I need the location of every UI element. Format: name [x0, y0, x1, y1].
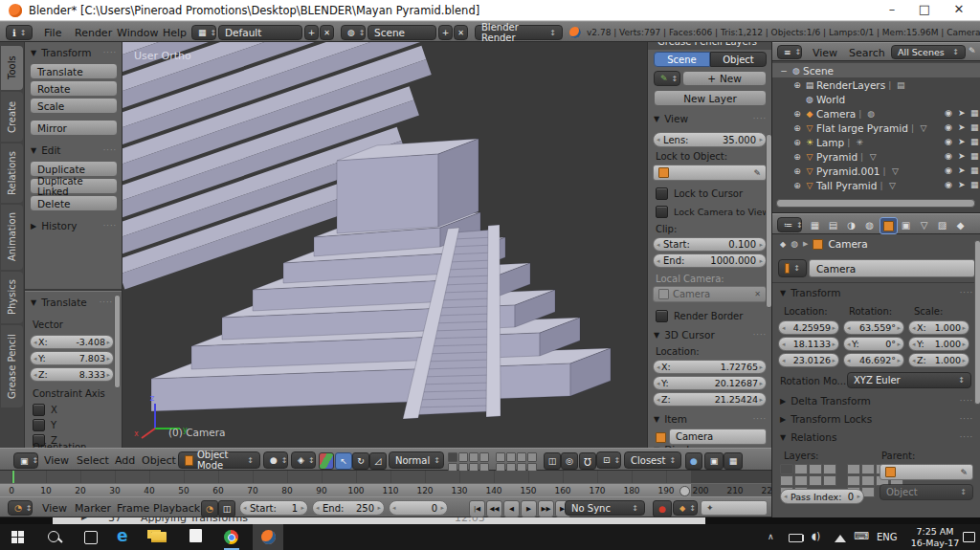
pivot-point-dropdown[interactable]: ◈↕ [291, 451, 316, 469]
layer-cell[interactable] [448, 452, 457, 462]
outliner-filter-dropdown[interactable]: All Scenes↕ [891, 45, 966, 59]
layer-cell[interactable] [794, 464, 808, 474]
object-name-icon-box[interactable]: ↕ [778, 259, 807, 277]
expand-icon[interactable]: ⊕ [791, 109, 803, 119]
prev-keyframe-button[interactable]: ◀◀ [486, 500, 502, 517]
menu-file[interactable]: File [44, 27, 61, 39]
layer-cell[interactable] [469, 452, 479, 462]
edge-icon[interactable]: e [117, 526, 128, 545]
layer-cell[interactable] [479, 452, 489, 462]
scene-selector-dropdown[interactable]: Scene [368, 25, 436, 40]
editor-type-properties-button[interactable]: ≔↕ [777, 217, 802, 232]
cursor-location-field-0[interactable]: X:1.72765 [653, 360, 767, 374]
translate-vector-field-2[interactable]: Z:8.333 [30, 367, 114, 382]
visibility-eye-icon[interactable]: ◉ [945, 122, 952, 132]
menu-window[interactable]: Window [117, 27, 158, 39]
location-field-1[interactable]: 18.1133 [778, 337, 839, 351]
expand-icon[interactable]: − [778, 66, 790, 76]
gp-tab-scene[interactable]: Scene [654, 52, 710, 67]
transform-orientation-dropdown[interactable]: Normal↕ [389, 451, 444, 469]
selectability-arrow-icon[interactable]: ➤ [958, 151, 966, 161]
transform-panel-header[interactable]: ▼Transform···· [31, 47, 117, 58]
visibility-eye-icon[interactable]: ◉ [945, 151, 952, 161]
close-icon[interactable]: ✕ [754, 290, 761, 298]
task-view-button[interactable] [84, 531, 98, 544]
outliner-item-flat-large-pyramid[interactable]: ⊕▽Flat large Pyramid|▽◉➤▦ [772, 121, 980, 135]
outliner-item-tall-pyramid[interactable]: ⊕▽Tall Pyramid|▽◉➤▦ [772, 178, 980, 192]
selectability-arrow-icon[interactable]: ➤ [958, 122, 966, 132]
properties-scrollbar[interactable] [974, 240, 980, 405]
lock-camera-to-view-row[interactable]: Lock Camera to View [656, 206, 769, 218]
battery-icon[interactable] [789, 534, 803, 542]
blender-taskbar-tile[interactable] [253, 524, 283, 550]
snap-target-dropdown[interactable]: Closest↕ [624, 451, 681, 469]
history-panel-header[interactable]: ▶History···· [31, 220, 117, 231]
transform-locks-header[interactable]: ▶Transform Locks···· [780, 413, 973, 425]
editor-type-3dview-button[interactable]: ▣↕ [13, 452, 38, 469]
outliner-item-scene[interactable]: −◍Scene [772, 63, 980, 77]
tab-texture[interactable]: ▨ [934, 217, 950, 232]
layout-add-button[interactable]: + [304, 25, 319, 40]
object-menu[interactable]: Object [142, 454, 176, 467]
constraint-x-row[interactable]: X [33, 404, 57, 416]
action-center-icon[interactable] [963, 532, 975, 542]
translate-vector-field-0[interactable]: X:-3.408 [30, 335, 114, 349]
timeline-ruler[interactable]: 0102030405060708090100110120130140150160… [0, 483, 771, 496]
snap-element-dropdown[interactable]: ⊡↕ [596, 451, 621, 469]
add-menu[interactable]: Add [115, 454, 135, 467]
render-brush-icon[interactable]: ● [685, 452, 702, 470]
rotation-field-1[interactable]: Y:0° [843, 337, 904, 351]
toolshelf-tab-physics[interactable]: Physics [1, 272, 23, 323]
scene-close-button[interactable]: ✕ [454, 25, 468, 40]
store-icon[interactable] [189, 532, 202, 542]
scale-field-1[interactable]: Y:1.000 [908, 337, 969, 351]
next-keyframe-button[interactable]: ▶▶ [538, 500, 554, 517]
editor-type-timeline-button[interactable]: ◔↕ [8, 500, 33, 516]
keyboard-icon[interactable]: ⌨ [854, 530, 869, 542]
wifi-icon[interactable] [835, 535, 846, 542]
manipulator-translate-button[interactable]: ↖ [335, 452, 352, 470]
toolshelf-scrollbar[interactable] [114, 295, 121, 388]
editor-type-info-button[interactable]: ℹ↕ [6, 25, 33, 40]
minimize-button[interactable]: – [879, 2, 905, 16]
screen-layout-dropdown[interactable]: Default [218, 25, 302, 40]
expand-icon[interactable]: ⊕ [791, 123, 803, 133]
outliner-item-camera[interactable]: ⊕◆Camera|◍◉➤▦ [772, 106, 980, 121]
object-name-field[interactable]: Camera [809, 259, 975, 277]
edit-panel-header[interactable]: ▼Edit···· [31, 144, 117, 156]
mirror-button[interactable]: Mirror [30, 120, 118, 136]
renderability-camera-icon[interactable]: ▦ [970, 180, 979, 189]
clock-date[interactable]: 16-May-17 [907, 538, 963, 548]
opengl-render-anim-button[interactable]: ▦ [724, 452, 743, 470]
outliner-filter-icon[interactable]: ✎ [969, 46, 976, 55]
visibility-eye-icon[interactable]: ◉ [945, 108, 952, 118]
layout-close-button[interactable]: ✕ [320, 25, 334, 40]
item-name-field[interactable]: Camera [669, 429, 767, 445]
tab-world[interactable]: ◍ [861, 217, 878, 232]
lock-time-button[interactable]: ◫ [218, 500, 235, 517]
tab-scene[interactable]: ◑ [843, 217, 859, 232]
layer-cell[interactable] [780, 475, 793, 486]
parent-field[interactable]: ✎ [880, 464, 973, 480]
play-button[interactable]: ▶ [521, 500, 537, 517]
outliner-item-pyramid[interactable]: ⊕▽Pyramid|▽◉➤▦ [772, 149, 980, 164]
delta-transform-header[interactable]: ▶Delta Transform···· [780, 395, 973, 407]
timeline-marker-menu[interactable]: Marker [75, 502, 111, 515]
visibility-eye-icon[interactable]: ◉ [945, 180, 952, 189]
duplicate-linked-button[interactable]: Duplicate Linked [30, 178, 118, 194]
scene-selector-icon-button[interactable]: ◍↕ [341, 25, 366, 40]
tab-object[interactable] [880, 217, 898, 234]
keying-set-field[interactable]: ✦ [701, 500, 768, 516]
outliner-item-pyramid-001[interactable]: ⊕▽Pyramid.001|▽◉➤▦ [772, 164, 980, 178]
location-field-0[interactable]: 4.25959 [778, 320, 839, 335]
layer-cell[interactable] [823, 475, 836, 486]
expand-icon[interactable]: ⊕ [791, 80, 803, 90]
lock-to-object-field[interactable]: ✎ [653, 165, 767, 181]
timeline-playhead[interactable] [12, 471, 14, 483]
sync-dropdown[interactable]: No Sync↕ [565, 500, 645, 516]
auto-keyframe-record-button[interactable]: ● [653, 500, 672, 517]
3d-viewport[interactable]: xyz User Ortho (0) Camera [122, 42, 647, 448]
layer-cell[interactable] [847, 475, 860, 486]
renderability-camera-icon[interactable]: ▦ [970, 137, 979, 146]
viewport-shading-dropdown[interactable]: ●↕ [263, 451, 288, 469]
